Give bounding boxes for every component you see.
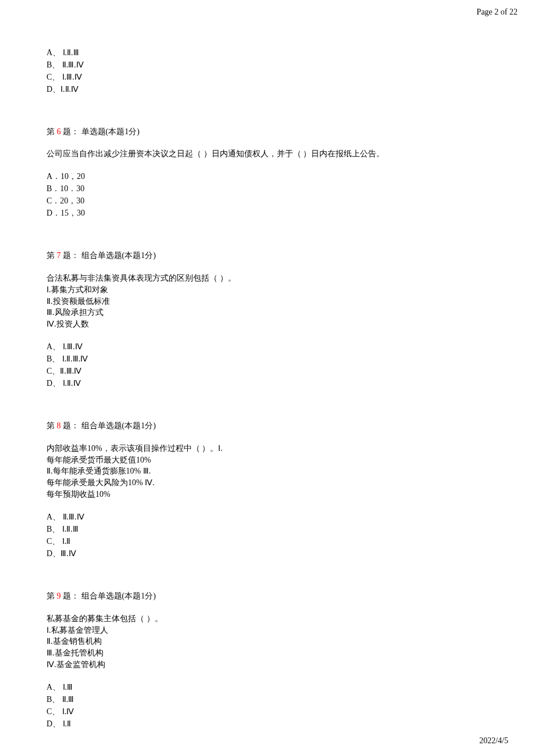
question-stem: 公司应当自作出减少注册资本决议之日起（ ）日内通知债权人，并于（ ）日内在报纸上… <box>47 149 488 160</box>
stem-line: 私募基金的募集主体包括（ ）。 <box>47 614 488 625</box>
question-stem: 合法私募与非法集资具体表现方式的区别包括（ ）。 Ⅰ.募集方式和对象 Ⅱ.投资额… <box>47 273 488 330</box>
q-prefix: 第 <box>47 421 57 430</box>
option-c: C、 Ⅰ.Ⅳ <box>47 707 488 718</box>
option-c: C、 Ⅰ.Ⅱ <box>47 536 488 547</box>
option-d: D、 Ⅰ.Ⅱ <box>47 719 488 730</box>
page-footer: 2022/4/5 <box>479 736 508 747</box>
question-stem: 私募基金的募集主体包括（ ）。 Ⅰ.私募基金管理人 Ⅱ.基金销售机构 Ⅲ.基金托… <box>47 614 488 671</box>
option-c: C、 Ⅰ.Ⅲ.Ⅳ <box>47 72 488 83</box>
option-d: D、Ⅰ.Ⅱ.Ⅳ <box>47 84 488 95</box>
question-6: 第 6 题： 单选题(本题1分) 公司应当自作出减少注册资本决议之日起（ ）日内… <box>47 127 488 219</box>
option-b: B．10．30 <box>47 184 488 195</box>
stem-line: Ⅰ.私募基金管理人 <box>47 625 488 636</box>
option-b: B、 Ⅰ.Ⅱ.Ⅲ.Ⅳ <box>47 354 488 365</box>
footer-date: 2022/4/5 <box>479 736 508 745</box>
q-number: 6 <box>57 127 61 136</box>
stem-line: 每年预期收益10% <box>47 489 488 500</box>
option-a: A、 Ⅰ.Ⅱ.Ⅲ <box>47 48 488 59</box>
q-prefix: 第 <box>47 127 57 136</box>
option-c: C、Ⅱ.Ⅲ.Ⅳ <box>47 366 488 377</box>
q-prefix: 第 <box>47 592 57 600</box>
question-8: 第 8 题： 组合单选题(本题1分) 内部收益率10%，表示该项目操作过程中（ … <box>47 421 488 560</box>
option-a: A、 Ⅰ.Ⅲ.Ⅳ <box>47 342 488 353</box>
stem-line: 内部收益率10%，表示该项目操作过程中（ ）。Ⅰ. <box>47 443 488 454</box>
q-type: 题： 组合单选题(本题1分) <box>61 251 156 260</box>
q-prefix: 第 <box>47 251 57 260</box>
option-a: A、 Ⅰ.Ⅲ <box>47 682 488 693</box>
prev-question-options: A、 Ⅰ.Ⅱ.Ⅲ B、 Ⅱ.Ⅲ.Ⅳ C、 Ⅰ.Ⅲ.Ⅳ D、Ⅰ.Ⅱ.Ⅳ <box>47 48 488 95</box>
question-7: 第 7 题： 组合单选题(本题1分) 合法私募与非法集资具体表现方式的区别包括（… <box>47 250 488 389</box>
stem-line: Ⅲ.风险承担方式 <box>47 307 488 318</box>
option-b: B、 Ⅰ.Ⅱ.Ⅲ <box>47 524 488 535</box>
q-number: 7 <box>57 251 61 260</box>
question-stem: 内部收益率10%，表示该项目操作过程中（ ）。Ⅰ. 每年能承受货币最大贬值10%… <box>47 443 488 500</box>
question-options: A、 Ⅱ.Ⅲ.Ⅳ B、 Ⅰ.Ⅱ.Ⅲ C、 Ⅰ.Ⅱ D、Ⅲ.Ⅳ <box>47 512 488 560</box>
option-d: D、Ⅲ.Ⅳ <box>47 549 488 560</box>
question-header: 第 6 题： 单选题(本题1分) <box>47 127 488 138</box>
question-9: 第 9 题： 组合单选题(本题1分) 私募基金的募集主体包括（ ）。 Ⅰ.私募基… <box>47 591 488 730</box>
page-content: A、 Ⅰ.Ⅱ.Ⅲ B、 Ⅱ.Ⅲ.Ⅳ C、 Ⅰ.Ⅲ.Ⅳ D、Ⅰ.Ⅱ.Ⅳ 第 6 题… <box>47 48 488 756</box>
q-type: 题： 组合单选题(本题1分) <box>61 421 156 430</box>
q-number: 8 <box>57 421 61 430</box>
stem-line: Ⅲ.基金托管机构 <box>47 648 488 659</box>
q-type: 题： 单选题(本题1分) <box>61 127 140 136</box>
question-options: A、 Ⅰ.Ⅲ.Ⅳ B、 Ⅰ.Ⅱ.Ⅲ.Ⅳ C、Ⅱ.Ⅲ.Ⅳ D、 Ⅰ.Ⅱ.Ⅳ <box>47 342 488 389</box>
question-header: 第 9 题： 组合单选题(本题1分) <box>47 591 488 602</box>
option-b: B、 Ⅱ.Ⅲ <box>47 694 488 705</box>
stem-line: 每年能承受最大风险为10% Ⅳ. <box>47 478 488 489</box>
question-options: A、 Ⅰ.Ⅲ B、 Ⅱ.Ⅲ C、 Ⅰ.Ⅳ D、 Ⅰ.Ⅱ <box>47 682 488 730</box>
stem-line: Ⅳ.基金监管机构 <box>47 660 488 671</box>
option-c: C．20，30 <box>47 196 488 207</box>
option-d: D．15，30 <box>47 208 488 219</box>
option-b: B、 Ⅱ.Ⅲ.Ⅳ <box>47 60 488 71</box>
stem-line: 每年能承受货币最大贬值10% <box>47 455 488 466</box>
option-d: D、 Ⅰ.Ⅱ.Ⅳ <box>47 378 488 389</box>
question-header: 第 7 题： 组合单选题(本题1分) <box>47 250 488 261</box>
stem-line: Ⅱ.基金销售机构 <box>47 636 488 647</box>
stem-line: Ⅱ.每年能承受通货膨胀10% Ⅲ. <box>47 466 488 477</box>
stem-line: Ⅳ.投资人数 <box>47 319 488 330</box>
stem-line: Ⅰ.募集方式和对象 <box>47 285 488 296</box>
page-number: Page 2 of 22 <box>477 8 518 16</box>
option-a: A、 Ⅱ.Ⅲ.Ⅳ <box>47 512 488 523</box>
q-number: 9 <box>57 592 61 600</box>
page-header: Page 2 of 22 <box>477 7 518 18</box>
question-header: 第 8 题： 组合单选题(本题1分) <box>47 421 488 432</box>
q-type: 题： 组合单选题(本题1分) <box>61 592 156 600</box>
option-a: A．10，20 <box>47 171 488 182</box>
question-options: A．10，20 B．10．30 C．20，30 D．15，30 <box>47 171 488 219</box>
stem-line: Ⅱ.投资额最低标准 <box>47 296 488 307</box>
stem-line: 合法私募与非法集资具体表现方式的区别包括（ ）。 <box>47 273 488 284</box>
